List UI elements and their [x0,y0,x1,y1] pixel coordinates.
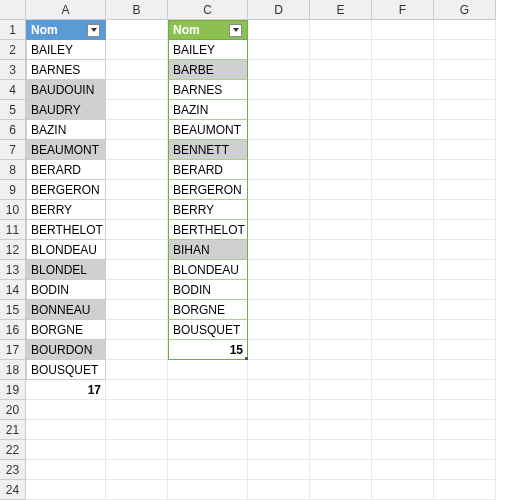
cell-G16[interactable] [434,320,496,340]
cell-F4[interactable] [372,80,434,100]
cell-A19[interactable]: 17 [26,380,106,400]
cell-B10[interactable] [106,200,168,220]
cell-B3[interactable] [106,60,168,80]
cell-G19[interactable] [434,380,496,400]
cell-E12[interactable] [310,240,372,260]
cell-E23[interactable] [310,460,372,480]
cell-D8[interactable] [248,160,310,180]
cell-D10[interactable] [248,200,310,220]
cell-A21[interactable] [26,420,106,440]
cell-B23[interactable] [106,460,168,480]
cell-E18[interactable] [310,360,372,380]
row-header-22[interactable]: 22 [0,440,26,460]
cell-F19[interactable] [372,380,434,400]
cell-F24[interactable] [372,480,434,500]
cell-D24[interactable] [248,480,310,500]
cell-A22[interactable] [26,440,106,460]
cell-A7[interactable]: BEAUMONT [26,140,106,160]
row-header-14[interactable]: 14 [0,280,26,300]
cell-C19[interactable] [168,380,248,400]
row-header-19[interactable]: 19 [0,380,26,400]
cell-C22[interactable] [168,440,248,460]
cell-G4[interactable] [434,80,496,100]
col-header-D[interactable]: D [248,0,310,20]
cell-B22[interactable] [106,440,168,460]
cell-F13[interactable] [372,260,434,280]
cell-A23[interactable] [26,460,106,480]
cell-G6[interactable] [434,120,496,140]
cell-E13[interactable] [310,260,372,280]
cell-E11[interactable] [310,220,372,240]
cell-A6[interactable]: BAZIN [26,120,106,140]
cell-G20[interactable] [434,400,496,420]
cell-E14[interactable] [310,280,372,300]
cell-B18[interactable] [106,360,168,380]
cell-G22[interactable] [434,440,496,460]
cell-A17[interactable]: BOURDON [26,340,106,360]
cell-E21[interactable] [310,420,372,440]
cell-G8[interactable] [434,160,496,180]
cell-E6[interactable] [310,120,372,140]
cell-A12[interactable]: BLONDEAU [26,240,106,260]
cell-B19[interactable] [106,380,168,400]
row-header-2[interactable]: 2 [0,40,26,60]
cell-C5[interactable]: BAZIN [168,100,248,120]
cell-D23[interactable] [248,460,310,480]
cell-C21[interactable] [168,420,248,440]
cell-E8[interactable] [310,160,372,180]
cell-D19[interactable] [248,380,310,400]
cell-D20[interactable] [248,400,310,420]
cell-G21[interactable] [434,420,496,440]
cell-G17[interactable] [434,340,496,360]
cell-E10[interactable] [310,200,372,220]
row-header-15[interactable]: 15 [0,300,26,320]
cell-D18[interactable] [248,360,310,380]
cell-B15[interactable] [106,300,168,320]
cell-C10[interactable]: BERRY [168,200,248,220]
cell-F5[interactable] [372,100,434,120]
cell-C12[interactable]: BIHAN [168,240,248,260]
cell-C18[interactable] [168,360,248,380]
cell-C15[interactable]: BORGNE [168,300,248,320]
cell-E7[interactable] [310,140,372,160]
cell-F6[interactable] [372,120,434,140]
cell-D11[interactable] [248,220,310,240]
cell-B9[interactable] [106,180,168,200]
col-header-C[interactable]: C [168,0,248,20]
cell-B11[interactable] [106,220,168,240]
cell-G1[interactable] [434,20,496,40]
cell-E22[interactable] [310,440,372,460]
row-header-12[interactable]: 12 [0,240,26,260]
cell-E20[interactable] [310,400,372,420]
cell-G15[interactable] [434,300,496,320]
row-header-10[interactable]: 10 [0,200,26,220]
cell-F3[interactable] [372,60,434,80]
col-header-B[interactable]: B [106,0,168,20]
cell-D1[interactable] [248,20,310,40]
cell-D5[interactable] [248,100,310,120]
row-header-16[interactable]: 16 [0,320,26,340]
cell-F11[interactable] [372,220,434,240]
cell-G11[interactable] [434,220,496,240]
cell-D16[interactable] [248,320,310,340]
cell-A5[interactable]: BAUDRY [26,100,106,120]
row-header-11[interactable]: 11 [0,220,26,240]
cell-E19[interactable] [310,380,372,400]
cell-F14[interactable] [372,280,434,300]
cell-B2[interactable] [106,40,168,60]
cell-C14[interactable]: BODIN [168,280,248,300]
row-header-3[interactable]: 3 [0,60,26,80]
cell-E5[interactable] [310,100,372,120]
cell-A16[interactable]: BORGNE [26,320,106,340]
row-header-24[interactable]: 24 [0,480,26,500]
cell-D22[interactable] [248,440,310,460]
cell-D4[interactable] [248,80,310,100]
col-header-F[interactable]: F [372,0,434,20]
cell-E4[interactable] [310,80,372,100]
cell-G9[interactable] [434,180,496,200]
cell-C24[interactable] [168,480,248,500]
row-header-20[interactable]: 20 [0,400,26,420]
cell-G12[interactable] [434,240,496,260]
cell-B1[interactable] [106,20,168,40]
cell-D9[interactable] [248,180,310,200]
